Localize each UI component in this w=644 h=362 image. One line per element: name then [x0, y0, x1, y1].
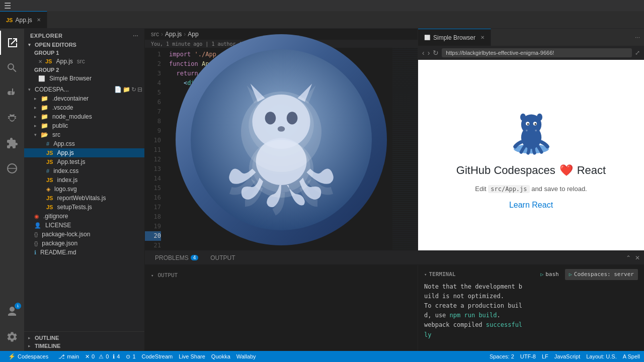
- tab-output[interactable]: OUTPUT: [204, 251, 241, 264]
- wallaby-status[interactable]: Wallaby: [236, 353, 256, 359]
- line-ending-status[interactable]: LF: [542, 353, 548, 359]
- panel-close-icon[interactable]: ✕: [635, 254, 640, 261]
- quokka-status[interactable]: Quokka: [211, 353, 230, 359]
- browser-forward-icon[interactable]: ›: [428, 49, 430, 57]
- settings-icon[interactable]: [0, 325, 24, 349]
- wallaby-label: Wallaby: [236, 353, 256, 359]
- folder-src[interactable]: ▾ 📂 src: [24, 130, 144, 139]
- sidebar-header-icons[interactable]: ···: [133, 33, 138, 39]
- file-app-js[interactable]: JS App.js: [24, 148, 144, 157]
- output-section-label[interactable]: ▾ OUTPUT: [151, 269, 412, 282]
- browser-back-icon[interactable]: ‹: [422, 49, 425, 57]
- collapse-icon[interactable]: ⊟: [137, 86, 142, 93]
- file-package-lock[interactable]: {} package-lock.json: [24, 230, 144, 239]
- chevron-right-icon: ▸: [28, 335, 31, 340]
- svg-point-25: [535, 130, 537, 132]
- source-control-icon[interactable]: [0, 81, 24, 105]
- problems-label: PROBLEMS: [155, 254, 189, 261]
- tab-app-js[interactable]: JS App.js ✕: [0, 11, 47, 28]
- hamburger-icon[interactable]: ☰: [4, 1, 11, 11]
- encoding-label: UTF-8: [520, 353, 536, 359]
- file-index-js[interactable]: JS index.js: [24, 175, 144, 185]
- simple-browser-tab[interactable]: ⬜ Simple Browser ✕: [418, 29, 491, 46]
- codestream-status[interactable]: CodeStream: [142, 353, 173, 359]
- tab-problems[interactable]: PROBLEMS 4: [149, 251, 204, 264]
- terminal-tab-bash[interactable]: ▷ bash: [536, 269, 563, 280]
- status-bar: ⚡ Codespaces ⎇ main ✕ 0 ⚠ 0 ℹ 4 ⊙ 1 Code…: [0, 351, 644, 362]
- subtitle-code: src/App.js: [488, 185, 529, 193]
- open-file-path: src: [77, 58, 85, 65]
- browser-file-name: Simple Browser: [49, 75, 92, 82]
- browser-more-icon[interactable]: ···: [635, 34, 640, 41]
- file-app-test-js[interactable]: JS App.test.js: [24, 157, 144, 166]
- live-share-status[interactable]: Live Share: [179, 353, 205, 359]
- main-layout: 1 EXPLORER ··· ▾ OPEN EDITORS GROUP 1 ✕ …: [0, 29, 644, 351]
- group2-label: GROUP 2: [24, 66, 144, 74]
- language-status[interactable]: JavaScript: [554, 353, 580, 359]
- file-app-css[interactable]: # App.css: [24, 139, 144, 148]
- browser-app-subtitle: Edit src/App.js and save to reload.: [475, 185, 587, 193]
- file-report-web-vitals[interactable]: JS reportWebVitals.js: [24, 194, 144, 203]
- browser-refresh-icon[interactable]: ↻: [433, 49, 439, 57]
- remote-icon[interactable]: [0, 156, 24, 180]
- live-share-label: Live Share: [179, 353, 205, 359]
- folder-devcontainer[interactable]: ▸ 📁 .devcontainer: [24, 94, 144, 103]
- account-icon[interactable]: 1: [0, 300, 24, 324]
- browser-url-input[interactable]: [442, 48, 632, 57]
- codespaces-label: Codespaces: [18, 353, 48, 359]
- new-file-icon[interactable]: 📄: [114, 86, 122, 93]
- folder-icon: 📁: [41, 104, 48, 111]
- debug-icon[interactable]: [0, 106, 24, 130]
- layout-status[interactable]: Layout: U.S.: [586, 353, 617, 359]
- errors-status[interactable]: ✕ 0 ⚠ 0 ℹ 4: [85, 353, 120, 360]
- folder-public[interactable]: ▸ 📁 public: [24, 121, 144, 130]
- browser-icon: ⬜: [38, 75, 45, 82]
- warnings-count: 0: [106, 353, 109, 359]
- file-name: package-lock.json: [42, 231, 90, 238]
- codespa-root[interactable]: ▾ CODESPA... 📄 📁 ↻ ⊟: [24, 85, 144, 94]
- open-editors-header[interactable]: ▾ OPEN EDITORS: [24, 41, 144, 49]
- encoding-status[interactable]: UTF-8: [520, 353, 536, 359]
- refresh-icon[interactable]: ↻: [131, 86, 136, 93]
- line-numbers: 12345 678910 1112131415 16171819 20 2122: [145, 48, 165, 250]
- activity-bar: 1: [0, 29, 24, 351]
- close-icon[interactable]: ✕: [38, 59, 42, 64]
- info-icon: ℹ: [113, 353, 115, 360]
- new-folder-icon[interactable]: 📁: [123, 86, 130, 93]
- browser-open-external-icon[interactable]: ⤢: [635, 49, 640, 56]
- branch-status[interactable]: ⎇ main: [58, 353, 79, 360]
- title-bar: ☰: [0, 0, 644, 11]
- file-setup-tests[interactable]: JS setupTests.js: [24, 203, 144, 212]
- open-editor-appjs[interactable]: ✕ JS App.js src: [24, 57, 144, 66]
- terminal-tab-codespaces[interactable]: ▷ Codespaces: server: [565, 269, 638, 280]
- explorer-icon[interactable]: [0, 31, 24, 55]
- learn-react-link[interactable]: Learn React: [509, 201, 553, 210]
- spell-status[interactable]: A Spell: [623, 353, 640, 359]
- file-logo-svg[interactable]: ◈ logo.svg: [24, 185, 144, 194]
- folder-vscode[interactable]: ▸ 📁 .vscode: [24, 103, 144, 112]
- outline-header[interactable]: ▸ OUTLINE: [24, 332, 144, 342]
- panel-content: ▾ OUTPUT ▾ TERMINAL ▷ bas: [145, 265, 644, 351]
- svg-point-22: [527, 123, 529, 125]
- title-part2: React: [577, 164, 606, 177]
- file-name: logo.svg: [54, 186, 77, 193]
- spaces-status[interactable]: Spaces: 2: [490, 353, 514, 359]
- panel-controls[interactable]: ⌃ ✕: [626, 254, 640, 261]
- codespaces-badge[interactable]: ⚡ Codespaces: [4, 351, 52, 362]
- panel-expand-icon[interactable]: ⌃: [626, 254, 631, 261]
- search-icon[interactable]: [0, 56, 24, 80]
- file-package-json[interactable]: {} package.json: [24, 239, 144, 248]
- file-index-css[interactable]: # index.css: [24, 166, 144, 175]
- file-gitignore[interactable]: ◉ .gitignore: [24, 212, 144, 221]
- tab-close-icon[interactable]: ✕: [37, 17, 41, 23]
- group2-text: GROUP 2: [34, 67, 59, 73]
- folder-node-modules[interactable]: ▸ 📁 node_modules: [24, 112, 144, 121]
- browser-tab-close[interactable]: ✕: [480, 35, 485, 40]
- lsp-status[interactable]: ⊙ 1: [126, 353, 135, 360]
- timeline-header[interactable]: ▸ TIMELINE: [24, 342, 144, 351]
- file-license[interactable]: 👤 LICENSE: [24, 221, 144, 230]
- file-name: LICENSE: [45, 222, 71, 229]
- file-readme[interactable]: ℹ README.md: [24, 248, 144, 257]
- extensions-icon[interactable]: [0, 131, 24, 155]
- open-editor-simple-browser[interactable]: ⬜ Simple Browser: [24, 74, 144, 83]
